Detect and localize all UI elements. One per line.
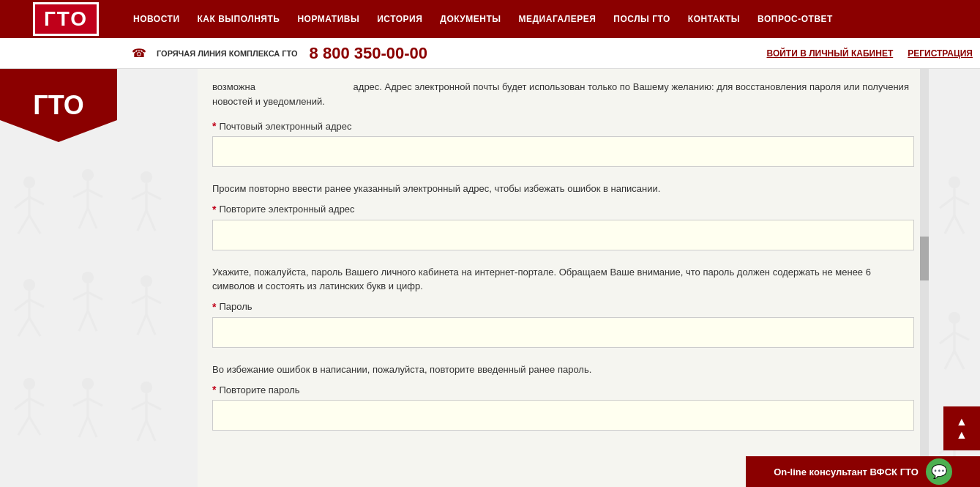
svg-line-62 bbox=[940, 332, 954, 343]
watermark-figures bbox=[0, 69, 198, 487]
svg-line-65 bbox=[954, 351, 964, 369]
email-confirm-section: * Повторите электронный адрес bbox=[212, 204, 914, 250]
logo[interactable]: ГТО bbox=[33, 2, 99, 36]
svg-line-52 bbox=[138, 420, 146, 441]
svg-line-46 bbox=[79, 417, 88, 437]
svg-line-41 bbox=[29, 417, 40, 435]
email-label-text: Почтовый электронный адрес bbox=[219, 121, 351, 132]
main-header: ГТО НОВОСТИ КАК ВЫПОЛНЯТЬ НОРМАТИВЫ ИСТО… bbox=[0, 0, 980, 38]
svg-line-14 bbox=[132, 192, 146, 199]
svg-line-20 bbox=[15, 300, 29, 311]
svg-line-47 bbox=[88, 417, 97, 437]
svg-line-21 bbox=[29, 300, 44, 307]
svg-line-3 bbox=[29, 197, 44, 204]
consultant-bar[interactable]: On-line консультант ВФСК ГТО 💬 bbox=[746, 456, 980, 487]
svg-point-60 bbox=[949, 312, 960, 324]
password-confirm-input[interactable] bbox=[212, 400, 914, 431]
password-label-text: Пароль bbox=[219, 301, 252, 312]
svg-line-34 bbox=[138, 314, 146, 335]
nav-docs[interactable]: ДОКУМЕНТЫ bbox=[431, 14, 509, 24]
scroll-top-button[interactable]: ▲ ▲ bbox=[943, 406, 980, 450]
svg-line-44 bbox=[73, 398, 88, 406]
password-confirm-label-text: Повторите пароль bbox=[219, 384, 299, 395]
email-label: * Почтовый электронный адрес bbox=[212, 120, 914, 132]
svg-line-38 bbox=[15, 398, 29, 409]
svg-line-57 bbox=[954, 197, 969, 204]
svg-line-53 bbox=[146, 420, 155, 441]
svg-point-36 bbox=[23, 378, 35, 390]
svg-point-0 bbox=[23, 176, 35, 188]
scroll-up-arrow-2: ▲ bbox=[956, 429, 968, 441]
consultant-chat-icon: 💬 bbox=[926, 458, 952, 485]
svg-point-12 bbox=[141, 171, 152, 183]
email-required-star: * bbox=[212, 120, 216, 132]
svg-line-2 bbox=[15, 197, 29, 208]
svg-line-59 bbox=[954, 215, 964, 234]
svg-point-6 bbox=[82, 169, 94, 181]
svg-line-9 bbox=[88, 190, 102, 197]
email-confirm-star: * bbox=[212, 204, 216, 215]
email-input[interactable] bbox=[212, 136, 914, 167]
svg-point-42 bbox=[82, 378, 94, 390]
svg-line-27 bbox=[88, 292, 102, 300]
svg-line-23 bbox=[29, 318, 40, 336]
hotline-links: ВОЙТИ В ЛИЧНЫЙ КАБИНЕТ РЕГИСТРАЦИЯ bbox=[767, 48, 973, 59]
nav-ambassadors[interactable]: ПОСЛЫ ГТО bbox=[605, 14, 679, 24]
nav-contacts[interactable]: КОНТАКТЫ bbox=[679, 14, 749, 24]
svg-line-17 bbox=[146, 210, 155, 231]
svg-line-28 bbox=[79, 311, 88, 331]
svg-line-40 bbox=[18, 417, 29, 435]
phone-icon: ☎ bbox=[132, 46, 146, 60]
svg-line-8 bbox=[73, 190, 88, 197]
register-link[interactable]: РЕГИСТРАЦИЯ bbox=[908, 48, 973, 59]
password-input[interactable] bbox=[212, 317, 914, 348]
svg-line-64 bbox=[945, 351, 954, 369]
nav-news[interactable]: НОВОСТИ bbox=[124, 14, 189, 24]
password-required-star: * bbox=[212, 301, 216, 313]
logo-area: ГТО bbox=[7, 0, 124, 38]
svg-line-10 bbox=[79, 208, 88, 228]
svg-line-22 bbox=[18, 318, 29, 336]
svg-line-51 bbox=[146, 402, 161, 409]
svg-line-45 bbox=[88, 398, 102, 406]
scrollbar-track[interactable] bbox=[920, 69, 929, 487]
consultant-label: On-line консультант ВФСК ГТО bbox=[774, 466, 919, 477]
nav-media[interactable]: МЕДИАГАЛЕРЕЯ bbox=[510, 14, 605, 24]
intro-text: возможна адрес. Адрес электронной почты … bbox=[212, 80, 914, 108]
password-confirm-star: * bbox=[212, 384, 216, 395]
password-confirm-section: * Повторите пароль bbox=[212, 384, 914, 431]
hotline-bar: ☎ ГОРЯЧАЯ ЛИНИЯ КОМПЛЕКСА ГТО 8 800 350-… bbox=[0, 38, 980, 69]
nav-how[interactable]: КАК ВЫПОЛНЯТЬ bbox=[189, 14, 289, 24]
svg-point-24 bbox=[82, 272, 94, 283]
svg-line-16 bbox=[138, 210, 146, 231]
svg-line-5 bbox=[29, 215, 40, 234]
nav-norms[interactable]: НОРМАТИВЫ bbox=[288, 14, 368, 24]
svg-line-29 bbox=[88, 311, 97, 331]
svg-line-26 bbox=[73, 292, 88, 300]
main-nav: НОВОСТИ КАК ВЫПОЛНЯТЬ НОРМАТИВЫ ИСТОРИЯ … bbox=[124, 14, 973, 24]
email-confirm-input[interactable] bbox=[212, 220, 914, 250]
scrollbar-thumb[interactable] bbox=[920, 237, 929, 280]
left-sidebar: ГТО bbox=[0, 69, 198, 487]
nav-faq[interactable]: ВОПРОС-ОТВЕТ bbox=[749, 14, 842, 24]
svg-line-58 bbox=[945, 215, 954, 234]
svg-line-39 bbox=[29, 398, 44, 406]
svg-line-15 bbox=[146, 192, 161, 199]
svg-line-35 bbox=[146, 314, 155, 335]
svg-point-30 bbox=[141, 275, 152, 287]
main-wrapper: ГТО bbox=[0, 69, 980, 487]
login-link[interactable]: ВОЙТИ В ЛИЧНЫЙ КАБИНЕТ bbox=[767, 48, 894, 59]
hotline-number: 8 800 350-00-00 bbox=[310, 44, 427, 63]
password-label: * Пароль bbox=[212, 301, 914, 313]
svg-point-54 bbox=[949, 176, 960, 188]
password-section: * Пароль bbox=[212, 301, 914, 348]
svg-line-33 bbox=[146, 296, 161, 303]
email-confirm-label-text: Повторите электронный адрес bbox=[219, 204, 354, 215]
email-confirm-desc: Просим повторно ввести ранее указанный э… bbox=[212, 182, 914, 196]
content-area: возможна адрес. Адрес электронной почты … bbox=[198, 69, 929, 487]
svg-line-32 bbox=[132, 296, 146, 303]
nav-history[interactable]: ИСТОРИЯ bbox=[368, 14, 431, 24]
password-desc: Укажите, пожалуйста, пароль Вашего лично… bbox=[212, 265, 914, 294]
svg-line-56 bbox=[940, 197, 954, 208]
hotline-label: ГОРЯЧАЯ ЛИНИЯ КОМПЛЕКСА ГТО bbox=[157, 49, 298, 58]
